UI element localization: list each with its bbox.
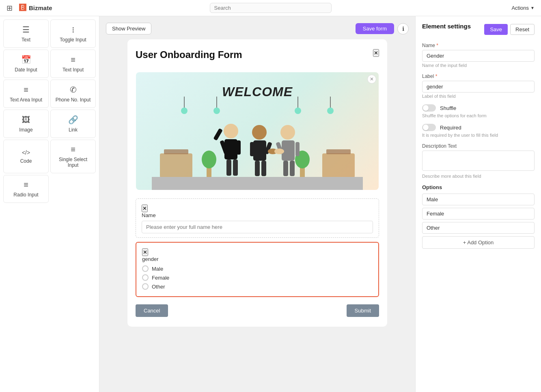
label-input[interactable] [422, 81, 535, 93]
remove-image-button[interactable]: ✕ [367, 75, 376, 84]
svg-point-29 [280, 125, 295, 140]
options-section: Options + Add Option [422, 184, 535, 249]
shuffle-toggle[interactable] [422, 104, 436, 112]
radio-circle-other [142, 283, 149, 290]
panel-title: Element settings [422, 23, 471, 30]
svg-rect-37 [152, 177, 363, 190]
svg-rect-22 [213, 128, 223, 141]
svg-rect-19 [237, 140, 241, 155]
toggle-knob [423, 105, 429, 111]
svg-point-16 [224, 124, 238, 138]
radio-icon: ≡ [24, 180, 28, 190]
svg-rect-34 [290, 161, 295, 176]
sidebar-item-single-select[interactable]: ≡ Single Select Input [50, 140, 96, 173]
svg-point-11 [327, 108, 334, 114]
panel-reset-button[interactable]: Reset [510, 24, 535, 35]
logo-icon: 🅱 [19, 4, 26, 12]
svg-point-13 [202, 151, 216, 168]
svg-rect-28 [261, 161, 266, 176]
actions-label: Actions [511, 5, 529, 11]
sidebar-item-label: Phone No. Input [56, 97, 91, 103]
remove-name-button[interactable]: ✕ [142, 205, 148, 212]
sidebar-item-date-input[interactable]: 📅 Date Input [3, 50, 49, 78]
svg-rect-31 [295, 142, 300, 156]
sidebar-item-label: Radio Input [13, 192, 38, 198]
toggle-icon: ⫶ [71, 25, 75, 34]
shuffle-hint: Shuffle the options for each form [422, 113, 535, 118]
option-input-male[interactable] [422, 194, 535, 205]
name-field-input[interactable] [142, 221, 373, 233]
text-input-icon: ≡ [71, 55, 75, 65]
topnav: ⊞ 🅱 Bizmate Actions ▼ [0, 0, 541, 16]
right-panel: Element settings Save Reset Name * Name … [415, 16, 541, 392]
show-preview-button[interactable]: Show Preview [106, 23, 151, 34]
logo-text: Bizmate [29, 4, 52, 11]
image-icon: 🖼 [22, 115, 30, 125]
sidebar-item-label: Text Area Input [10, 97, 42, 103]
sidebar-item-code[interactable]: </> Code [3, 140, 49, 173]
radio-option-male[interactable]: Male [142, 265, 373, 272]
description-field-group: Description Text Describe more about thi… [422, 143, 535, 179]
add-option-button[interactable]: + Add Option [422, 236, 535, 249]
svg-rect-25 [250, 142, 254, 156]
sidebar-item-image[interactable]: 🖼 Image [3, 110, 49, 138]
svg-point-23 [252, 125, 267, 140]
save-form-button[interactable]: Save form [356, 23, 394, 34]
sidebar-item-label: Image [19, 127, 32, 133]
sidebar-item-label: Text [22, 37, 30, 43]
chevron-down-icon: ▼ [530, 6, 535, 10]
sidebar-item-textarea-input[interactable]: ≡ Text Area Input [3, 80, 49, 108]
sidebar-item-text-input[interactable]: ≡ Text Input [50, 50, 96, 78]
shuffle-row: Shuffle [422, 104, 535, 112]
text-icon: ☰ [22, 25, 30, 34]
link-icon: 🔗 [68, 115, 78, 125]
sidebar-item-radio-input[interactable]: ≡ Radio Input [3, 175, 49, 203]
toggle-knob [423, 125, 429, 130]
sidebar-item-toggle-input[interactable]: ⫶ Toggle Input [50, 19, 96, 48]
svg-rect-27 [255, 161, 260, 176]
sidebar-item-label: Toggle Input [60, 37, 86, 43]
logo: 🅱 Bizmate [19, 4, 52, 12]
label-field-label: Label * [422, 73, 535, 79]
cancel-button[interactable]: Cancel [136, 304, 168, 317]
name-field-label: Name [142, 212, 373, 218]
sidebar-item-text[interactable]: ☰ Text [3, 19, 49, 48]
remove-gender-button[interactable]: ✕ [142, 248, 148, 256]
actions-button[interactable]: Actions ▼ [511, 5, 535, 11]
description-textarea[interactable] [422, 151, 535, 171]
sidebar-item-label: Code [20, 158, 32, 164]
svg-point-36 [274, 149, 284, 154]
name-field-element: ✕ Name [136, 198, 379, 238]
svg-rect-0 [160, 153, 192, 178]
phone-icon: ✆ [70, 85, 77, 95]
option-input-other[interactable] [422, 222, 535, 234]
remove-title-button[interactable]: ✕ [373, 49, 379, 57]
name-field-group: Name * Name of the input field [422, 43, 535, 68]
sidebar-item-label: Date Input [15, 67, 37, 73]
svg-rect-33 [283, 161, 288, 176]
required-toggle[interactable] [422, 124, 436, 131]
sidebar-item-link[interactable]: 🔗 Link [50, 110, 96, 138]
svg-rect-24 [253, 140, 266, 161]
required-label: Required [440, 125, 461, 131]
submit-button[interactable]: Submit [347, 304, 379, 317]
radio-label-male: Male [152, 266, 163, 272]
radio-label-other: Other [152, 284, 165, 290]
option-input-female[interactable] [422, 208, 535, 220]
single-select-icon: ≡ [71, 145, 75, 154]
name-input[interactable] [422, 50, 535, 62]
info-button[interactable]: ℹ [397, 23, 409, 34]
radio-option-other[interactable]: Other [142, 283, 373, 290]
panel-save-button[interactable]: Save [484, 24, 508, 35]
search-input[interactable] [210, 3, 332, 13]
radio-option-female[interactable]: Female [142, 274, 373, 281]
panel-header: Element settings Save Reset [422, 23, 535, 36]
gender-field-element: ✕ gender Male Female Other [136, 242, 379, 297]
required-field-group: Required It is required by the user to f… [422, 124, 535, 138]
form-footer: Cancel Submit [136, 304, 379, 317]
sidebar-item-label: Link [69, 127, 78, 133]
svg-point-9 [295, 108, 301, 114]
sidebar-item-phone-input[interactable]: ✆ Phone No. Input [50, 80, 96, 108]
canvas-area: Show Preview Save form ℹ User Onboarding… [99, 16, 415, 392]
grid-icon[interactable]: ⊞ [6, 4, 13, 13]
